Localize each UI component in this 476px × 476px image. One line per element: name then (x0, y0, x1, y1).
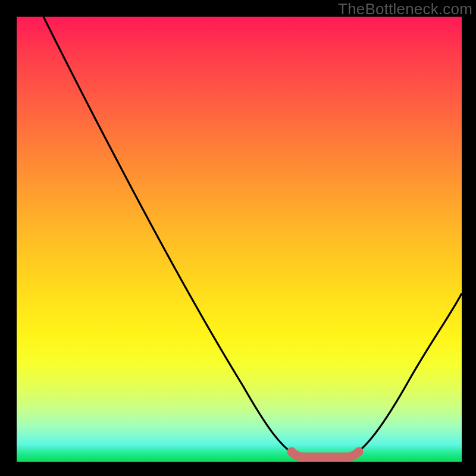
chart-svg (17, 17, 462, 462)
optimal-marker-path (292, 452, 359, 457)
plot-area (17, 17, 462, 462)
bottleneck-curve-path (43, 17, 462, 457)
watermark-text: TheBottleneck.com (338, 0, 472, 18)
